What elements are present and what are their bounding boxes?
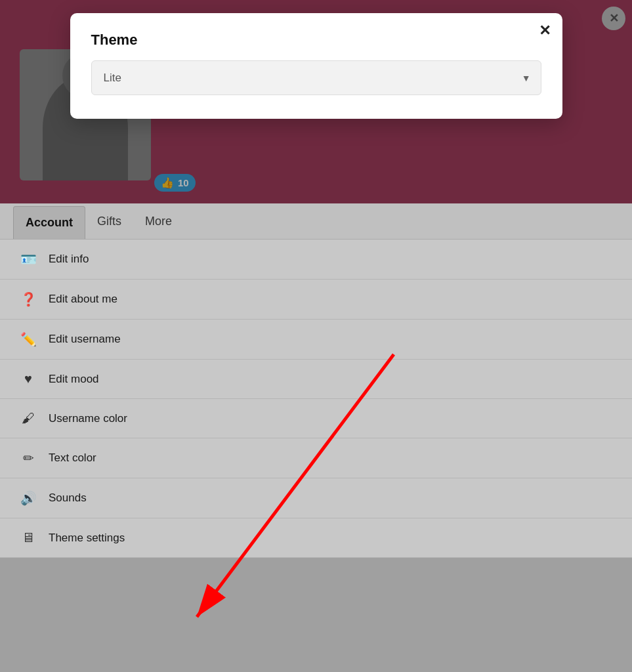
menu-item-username-color[interactable]: 🖌 Username color [0,399,632,438]
pencil-icon: ✏ [20,450,37,466]
menu-label-edit-info: Edit info [49,253,89,266]
menu-label-edit-mood: Edit mood [49,373,99,386]
modal-close-button[interactable]: ✕ [539,24,551,38]
menu-label-edit-about: Edit about me [49,293,117,306]
id-card-icon: 🪪 [20,251,37,267]
menu-label-username-color: Username color [49,412,127,425]
menu-label-sounds: Sounds [49,492,87,505]
menu-item-text-color[interactable]: ✏ Text color [0,438,632,478]
brush-icon: 🖌 [20,411,37,426]
theme-modal: ✕ Theme Lite Dark Default ▼ [70,13,562,119]
menu-label-edit-username: Edit username [49,333,121,346]
question-circle-icon: ❓ [20,291,37,307]
tabs-bar: Account Gifts More [0,203,632,240]
tab-gifts[interactable]: Gifts [85,203,133,239]
modal-title: Theme [91,32,541,49]
menu-list: 🪪 Edit info ❓ Edit about me ✏️ Edit user… [0,240,632,558]
menu-item-edit-mood[interactable]: ♥ Edit mood [0,360,632,399]
menu-item-sounds[interactable]: 🔊 Sounds [0,478,632,518]
theme-select-wrapper: Lite Dark Default ▼ [91,60,541,95]
menu-item-edit-info[interactable]: 🪪 Edit info [0,240,632,280]
modal-overlay: ✕ Theme Lite Dark Default ▼ [0,0,632,203]
menu-item-edit-username[interactable]: ✏️ Edit username [0,320,632,360]
menu-label-theme-settings: Theme settings [49,532,125,545]
theme-select[interactable]: Lite Dark Default [91,60,541,95]
menu-label-text-color: Text color [49,452,96,465]
edit-icon: ✏️ [20,331,37,347]
tab-more[interactable]: More [133,203,184,239]
menu-item-edit-about[interactable]: ❓ Edit about me [0,280,632,320]
volume-icon: 🔊 [20,490,37,506]
menu-item-theme-settings[interactable]: 🖥 Theme settings [0,518,632,558]
heart-icon: ♥ [20,371,37,387]
monitor-icon: 🖥 [20,530,37,545]
tab-account[interactable]: Account [13,206,85,239]
